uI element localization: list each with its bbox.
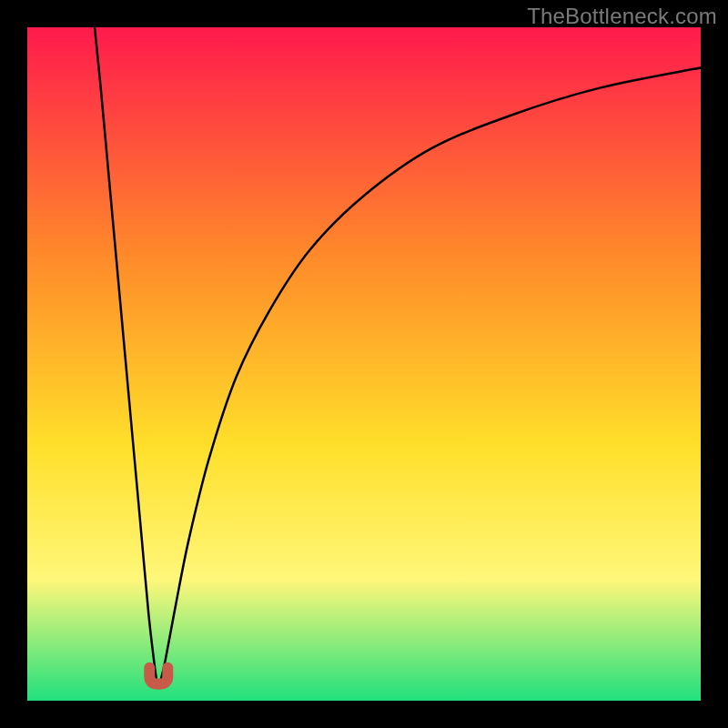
watermark-text: TheBottleneck.com — [527, 4, 717, 29]
bottleneck-chart — [0, 0, 728, 728]
chart-container: { "watermark": "TheBottleneck.com", "cha… — [0, 0, 728, 728]
plot-area — [27, 27, 701, 701]
